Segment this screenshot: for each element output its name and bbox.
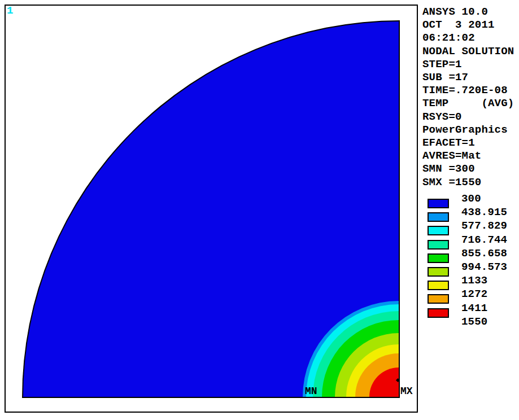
viewport-number-label: 1 (7, 5, 13, 17)
info-line: NODAL SOLUTION (422, 45, 514, 58)
legend-value-label: 1272 (461, 289, 487, 300)
legend-swatch (428, 267, 449, 277)
info-line: OCT 3 2011 (422, 19, 514, 32)
legend-swatch (428, 199, 449, 208)
legend-swatch (428, 212, 449, 222)
model (22, 20, 400, 398)
info-line: SMX =1550 (422, 176, 514, 189)
ansys-graphics-window: 1 MN MX ANSYS 10.0OCT 3 201106:21:02NODA… (0, 0, 519, 420)
legend-swatch (428, 308, 449, 318)
info-line: 06:21:02 (422, 32, 514, 45)
legend-swatch (428, 226, 449, 235)
legend-swatch (428, 294, 449, 304)
legend-swatch (428, 240, 449, 250)
legend-value-label: 300 (461, 194, 481, 204)
info-lines: ANSYS 10.0OCT 3 201106:21:02NODAL SOLUTI… (422, 6, 514, 189)
legend-value-label: 1411 (461, 303, 487, 314)
info-line: RSYS=0 (422, 111, 514, 124)
info-line: TIME=.720E-08 (422, 84, 514, 97)
legend-value-label: 994.573 (461, 262, 507, 273)
info-panel: ANSYS 10.0OCT 3 201106:21:02NODAL SOLUTI… (422, 0, 519, 420)
max-node-label: MX (400, 386, 413, 396)
legend-value-label: 577.829 (461, 221, 507, 231)
info-line: SMN =300 (422, 163, 514, 176)
legend-swatch (428, 253, 449, 263)
legend-swatch (428, 281, 449, 290)
info-line: EFACET=1 (422, 137, 514, 150)
info-line: SUB =17 (422, 71, 514, 84)
info-line: ANSYS 10.0 (422, 6, 514, 19)
info-line: STEP=1 (422, 58, 514, 71)
legend-value-label: 1133 (461, 275, 487, 286)
min-node-label: MN (305, 386, 317, 396)
legend-value-label: 855.658 (461, 248, 507, 259)
legend: 300438.915577.829716.744855.658994.57311… (422, 194, 519, 335)
legend-value-label: 1550 (461, 317, 487, 327)
legend-value-label: 438.915 (461, 207, 507, 218)
legend-value-label: 716.744 (461, 235, 507, 246)
plot-frame: 1 MN MX (5, 5, 418, 413)
info-line: TEMP (AVG) (422, 97, 514, 110)
info-line: PowerGraphics (422, 124, 514, 137)
info-line: AVRES=Mat (422, 150, 514, 163)
